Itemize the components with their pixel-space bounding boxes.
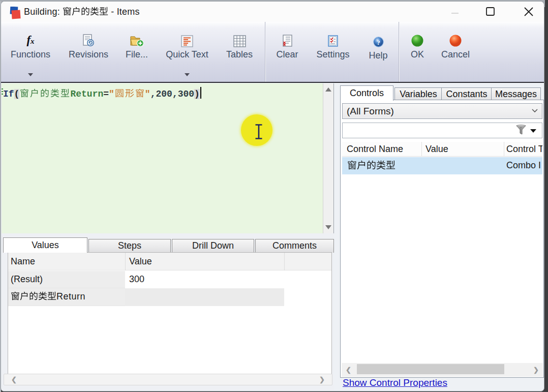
- svg-text:?: ?: [377, 39, 380, 46]
